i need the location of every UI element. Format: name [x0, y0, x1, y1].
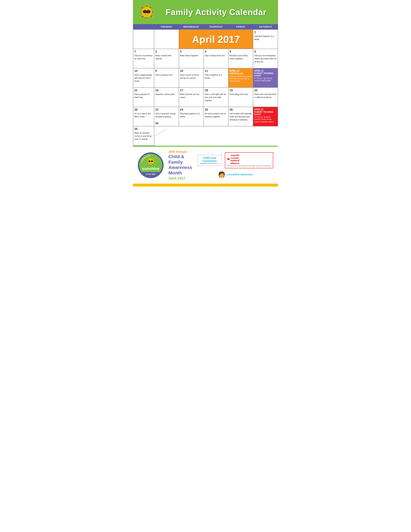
day-23-num: 23	[155, 108, 178, 111]
tuesday-header: TUESDAY	[154, 24, 179, 29]
yellow-bottom-bar	[133, 184, 278, 187]
day-13-subtitle: PARENT TRAINING EVENT	[254, 72, 277, 77]
summit-logo-sub: Physicians' spouses dedicated to the hea…	[227, 165, 271, 167]
summit-logo-title: summitcountymedicalalliance	[231, 154, 240, 165]
day-17-num: 17	[180, 89, 203, 92]
day-2-num: 2	[155, 50, 178, 53]
day-3-num: 3	[180, 50, 203, 53]
summit-logo: ❤ summitcountymedicalalliance Physicians…	[225, 152, 273, 168]
saturday-header: SATURDAY	[253, 24, 278, 29]
sun-icon	[136, 2, 157, 23]
day-1: 1 Volunteer together as a family	[253, 30, 278, 49]
day-20: 20 Paint rocks and hide them in differen…	[253, 88, 278, 107]
day-23-activity: Visit a local farm and go strawberry pic…	[155, 113, 176, 118]
day-5-activity: Research your family history together	[230, 55, 248, 60]
day-4-activity: Start a family book club	[205, 55, 225, 57]
day-24: 24 Play board games as a family	[179, 107, 204, 126]
day-29-num: 29	[134, 127, 153, 131]
day-28: 28 Go for a hike in the Metro Parks	[133, 107, 154, 126]
day-1-activity: Volunteer together as a family	[254, 35, 274, 40]
svg-point-27	[149, 14, 150, 15]
day-16: 16 Organize a block party	[154, 88, 179, 107]
day-7: 7 Visit your local library for story tim…	[133, 49, 154, 68]
day-24-num: 24	[180, 108, 203, 111]
day-10: 10 Pack a lunch or dinner and go on a pi…	[179, 68, 204, 88]
day-21-activity: Plant a garden for Earth Day	[134, 93, 149, 98]
day-27-special: APRIL 27 PARENT TRAINING EVENT 6-7:30 p.…	[253, 107, 278, 126]
day-14-activity: Have a pajama party with popcorn and a m…	[134, 74, 152, 82]
children-services-logo: 🧑 CHILDREN SERVICES	[218, 171, 253, 178]
footer: a family is the sunshine in my day! 30th…	[133, 146, 278, 184]
day-18-activity: Plan a craft night with all your arts an…	[205, 93, 226, 102]
day-28-activity: Go for a hike in the Metro Parks	[134, 113, 150, 118]
footer-sponsor-logos: Child CareConnection a program of Info L…	[198, 152, 273, 178]
day-14: 14 Have a pajama party with popcorn and …	[133, 68, 154, 88]
svg-text:sunshine: sunshine	[142, 166, 159, 171]
day-13-title: APRIL 13	[254, 69, 277, 72]
day-4: 4 Start a family book club	[204, 49, 229, 68]
day-6-num: 6	[254, 50, 277, 53]
day-10-activity: Pack a lunch or dinner and go on a picni…	[180, 74, 199, 79]
day-4-num: 4	[205, 50, 227, 53]
sunday-col-placeholder	[133, 24, 154, 29]
day-27-title: APRIL 27	[254, 108, 277, 110]
footer-annual: 30th Annual	[168, 150, 193, 154]
day-6-activity: Visit your local fire/police station and…	[254, 55, 277, 63]
day-3-activity: Make dinner together	[180, 55, 198, 57]
day-12-italic: Help raise awareness about child abuse p…	[230, 75, 252, 82]
day-12-special: APRIL 12 WEAR BLUE Help raise awareness …	[229, 68, 253, 88]
friday-header: FRIDAY	[228, 24, 253, 29]
day-7-activity: Visit your local library for story time	[134, 55, 152, 60]
day-18: 18 Plan a craft night with all your arts…	[204, 88, 229, 107]
day-12-title: APRIL 12	[230, 69, 252, 72]
day-6: 6 Visit your local fire/police station a…	[253, 49, 278, 68]
day-26: 26 Get creative with sidewalk chalk and …	[229, 107, 253, 126]
svg-text:in my day!: in my day!	[146, 173, 156, 175]
day-27-details: 6-7:30 p.m. @ Akron-Summit County Public…	[254, 116, 277, 123]
svg-rect-37	[149, 161, 150, 162]
page-title: Family Activity Calendar	[157, 7, 275, 17]
header: Family Activity Calendar	[133, 0, 278, 24]
sunshine-circle-icon: a family is the sunshine in my day!	[139, 152, 163, 178]
day-14-num: 14	[134, 69, 153, 73]
childcare-logo: Child CareConnection a program of Info L…	[198, 155, 222, 166]
svg-line-29	[154, 129, 167, 136]
day-19: 19 Technology Free Day	[229, 88, 253, 107]
day-26-activity: Get creative with sidewalk chalk and dec…	[230, 113, 252, 121]
day-16-activity: Organize a block party	[155, 93, 175, 95]
day-13-special: APRIL 13 PARENT TRAINING EVENT 6-7:30 p.…	[253, 68, 278, 88]
footer-text: 30th Annual Child & Family Awareness Mon…	[168, 150, 193, 180]
day-30-num: 30	[155, 122, 159, 125]
svg-rect-23	[146, 10, 150, 13]
sun-logo-cell	[133, 30, 154, 49]
person-icon: 🧑	[218, 171, 225, 178]
day-27-subtitle: PARENT TRAINING EVENT	[254, 111, 277, 116]
row1-tuesday-empty	[154, 30, 179, 49]
day-13-details: 6-7:30 p.m. @ Summit County Public Healt…	[254, 77, 277, 82]
svg-rect-39	[150, 161, 151, 161]
childcare-logo-title: Child CareConnection	[200, 156, 219, 162]
day-11-num: 11	[205, 69, 227, 73]
day-11-activity: Visit a neighbor as a family	[205, 74, 222, 79]
day-29: 29 Make an obstacle course in your livin…	[133, 126, 154, 146]
day-17: 17 Make 'kick the can' ice cream	[179, 88, 204, 107]
day-19-activity: Technology Free Day	[230, 93, 248, 95]
footer-date: April 2017	[168, 176, 193, 180]
day-9: 9 Plan a treasure hunt	[154, 68, 179, 88]
day-19-num: 19	[230, 89, 252, 92]
day-18-num: 18	[205, 89, 227, 92]
day-28-num: 28	[134, 108, 153, 111]
sponsor-row: Child CareConnection a program of Info L…	[198, 152, 273, 168]
day-29-activity: Make an obstacle course in your living r…	[134, 132, 151, 140]
sunshine-logo: a family is the sunshine in my day!	[138, 152, 164, 178]
wednesday-header: WEDNESDAY	[179, 24, 204, 29]
day-21: 21 Plant a garden for Earth Day	[133, 88, 154, 107]
day-21-num: 21	[134, 89, 153, 92]
april-title-cell: April 2017	[179, 30, 253, 49]
day-10-num: 10	[180, 69, 203, 73]
day-25: 25 Do some random acts of kindness toget…	[204, 107, 229, 126]
day-7-num: 7	[134, 50, 153, 53]
day-17-activity: Make 'kick the can' ice cream	[180, 93, 199, 98]
footer-awareness1: Child & Family	[168, 154, 193, 165]
day-16-num: 16	[155, 89, 178, 92]
